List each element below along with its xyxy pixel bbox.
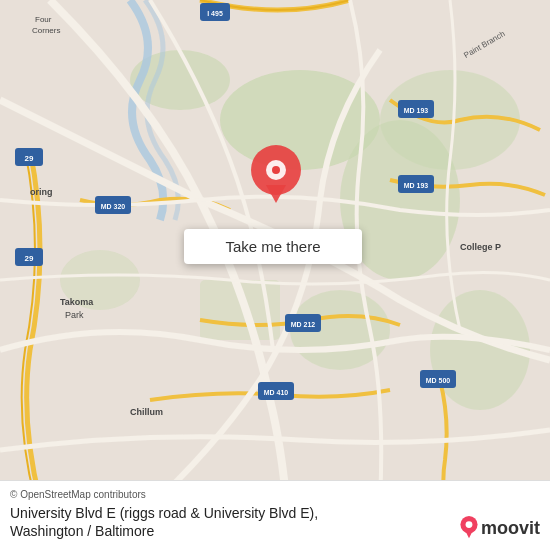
svg-text:MD 212: MD 212 [291, 321, 316, 328]
map-background: 29 29 I 495 MD 320 MD 193 MD 193 MD 212 … [0, 0, 550, 550]
location-pin [246, 145, 306, 205]
svg-text:MD 193: MD 193 [404, 107, 429, 114]
svg-point-38 [272, 166, 280, 174]
moovit-logo: moovit [459, 516, 540, 540]
svg-marker-40 [465, 530, 474, 539]
svg-point-41 [466, 521, 473, 528]
svg-text:Corners: Corners [32, 26, 60, 35]
take-me-there-button[interactable]: Take me there [184, 229, 362, 264]
svg-text:MD 193: MD 193 [404, 182, 429, 189]
moovit-brand-text: moovit [481, 518, 540, 539]
svg-text:29: 29 [25, 254, 34, 263]
bottom-info-bar: © OpenStreetMap contributors University … [0, 480, 550, 550]
svg-text:I 495: I 495 [207, 10, 223, 17]
osm-attribution: © OpenStreetMap contributors [10, 489, 540, 500]
svg-text:College P: College P [460, 242, 501, 252]
svg-text:29: 29 [25, 154, 34, 163]
svg-text:Four: Four [35, 15, 52, 24]
svg-text:oring: oring [30, 187, 53, 197]
svg-text:Takoma: Takoma [60, 297, 94, 307]
svg-text:MD 410: MD 410 [264, 389, 289, 396]
svg-text:Park: Park [65, 310, 84, 320]
map-container: 29 29 I 495 MD 320 MD 193 MD 193 MD 212 … [0, 0, 550, 550]
svg-text:MD 500: MD 500 [426, 377, 451, 384]
svg-text:MD 320: MD 320 [101, 203, 126, 210]
svg-text:Chillum: Chillum [130, 407, 163, 417]
